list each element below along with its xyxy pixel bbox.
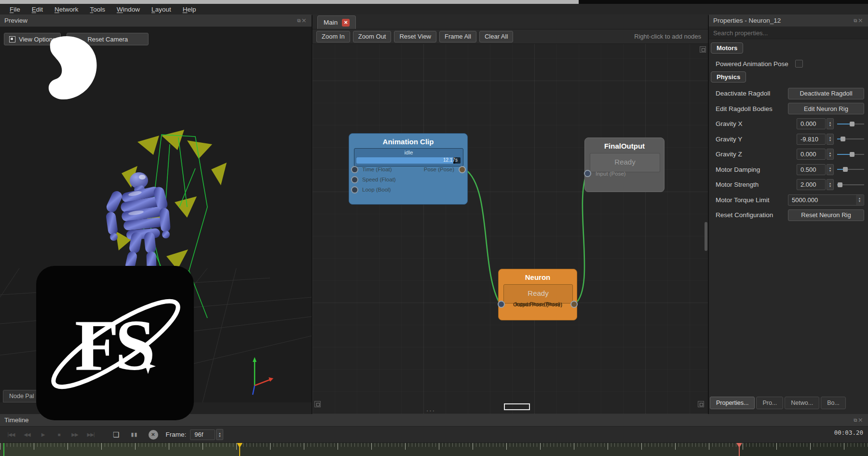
- timeline-title: Timeline: [4, 416, 29, 424]
- property-row-motor-torque-limit: Motor Torque Limit5000.000▴▾: [709, 193, 868, 208]
- float-icon[interactable]: ⧉: [854, 18, 858, 23]
- property-row-motor-damping: Motor Damping0.500▴▾: [709, 162, 868, 178]
- value-stepper[interactable]: ▴▾: [827, 118, 834, 129]
- horizontal-scrollbar[interactable]: [504, 403, 530, 410]
- value-stepper[interactable]: ▴▾: [827, 149, 834, 160]
- bottom-tab-netwo[interactable]: Netwo...: [785, 397, 819, 409]
- group-physics[interactable]: Physics: [711, 71, 746, 83]
- properties-search-input[interactable]: [709, 28, 868, 39]
- property-row-motor-strength: Motor Strength2.000▴▾: [709, 177, 868, 193]
- output-port-pose[interactable]: [459, 166, 466, 173]
- preview-panel-title: Preview: [4, 17, 27, 24]
- zoom-in-button[interactable]: Zoom In: [316, 31, 350, 42]
- value-field[interactable]: 0.500: [797, 164, 826, 175]
- play-icon[interactable]: ▶: [37, 432, 49, 437]
- range-start-marker[interactable]: [3, 443, 4, 456]
- canvas-nav-top-right[interactable]: [700, 46, 706, 53]
- frame-stepper[interactable]: ▴▾: [216, 429, 223, 440]
- edit-neuron-rig-button[interactable]: Edit Neuron Rig: [788, 103, 864, 114]
- properties-panel: Properties - Neuron_12 ⧉✕ Motors Powered…: [709, 14, 868, 414]
- bottom-tab-properties[interactable]: Properties...: [710, 397, 755, 409]
- tab-main[interactable]: Main ✕: [317, 15, 356, 29]
- clear-all-button[interactable]: Clear All: [479, 31, 513, 42]
- float-icon[interactable]: ⧉: [854, 417, 858, 423]
- zoom-out-button[interactable]: Zoom Out: [353, 31, 392, 42]
- float-icon[interactable]: ⧉: [297, 18, 302, 23]
- node-canvas[interactable]: Animation Clip idle 12.17s Time (Float)S…: [312, 44, 708, 414]
- menu-window[interactable]: Window: [112, 5, 145, 14]
- skip-end-icon[interactable]: ▶▶|: [84, 432, 97, 437]
- final-status-box: Ready: [590, 153, 660, 172]
- splitter-handle[interactable]: ···: [426, 407, 435, 414]
- properties-rows: Deactivate RagdollDeactivate RagdollEdit…: [709, 86, 868, 223]
- node-neuron[interactable]: Neuron Ready Input Pose (Pose) Output Po…: [498, 269, 577, 320]
- frame-value-input[interactable]: 96f: [190, 429, 215, 440]
- frame-label: Frame:: [166, 431, 187, 438]
- canvas-hint-text: Right-click to add nodes: [634, 33, 704, 40]
- window-title-strip-dark: [579, 0, 868, 4]
- close-icon[interactable]: ✕: [858, 18, 864, 23]
- value-stepper[interactable]: ▴▾: [827, 179, 834, 190]
- menu-edit[interactable]: Edit: [27, 5, 48, 14]
- vertical-scrollbar[interactable]: [705, 222, 707, 251]
- reset-view-button[interactable]: Reset View: [394, 31, 436, 42]
- stop-icon[interactable]: ■: [53, 432, 65, 437]
- skip-start-icon[interactable]: |◀◀: [5, 432, 17, 437]
- node-animation-clip[interactable]: Animation Clip idle 12.17s Time (Float)S…: [349, 133, 468, 205]
- frame-all-button[interactable]: Frame All: [439, 31, 476, 42]
- canvas-nav-bottom-left[interactable]: [314, 401, 321, 407]
- value-slider[interactable]: [837, 137, 864, 141]
- bottom-tab-bo[interactable]: Bo...: [821, 397, 846, 409]
- powered-animation-pose-checkbox[interactable]: [795, 60, 803, 68]
- value-field[interactable]: 2.000: [797, 179, 826, 190]
- property-row-gravity-y: Gravity Y-9.810▴▾: [709, 132, 868, 147]
- value-stepper[interactable]: ▴▾: [827, 134, 834, 145]
- time-display: 00:03.20: [834, 429, 863, 436]
- input-port-loop[interactable]: [351, 186, 358, 193]
- property-label: Motor Strength: [716, 181, 797, 188]
- wires-layer: [312, 44, 708, 414]
- bottom-tab-pro[interactable]: Pro...: [756, 397, 783, 409]
- reset-neuron-rig-button[interactable]: Reset Neuron Rig: [788, 209, 864, 221]
- value-field[interactable]: -9.810: [797, 134, 826, 145]
- value-slider[interactable]: [837, 152, 864, 157]
- menu-tools[interactable]: Tools: [85, 5, 110, 14]
- clip-info-box: idle 12.17s: [354, 148, 463, 166]
- deactivate-ragdoll-button[interactable]: Deactivate Ragdoll: [788, 88, 864, 99]
- cancel-icon[interactable]: ✕: [149, 430, 158, 440]
- tab-close-icon[interactable]: ✕: [342, 19, 350, 27]
- group-motors[interactable]: Motors: [711, 42, 743, 54]
- property-row-deactivate-ragdoll: Deactivate RagdollDeactivate Ragdoll: [709, 86, 868, 101]
- value-slider[interactable]: [837, 182, 864, 187]
- neuron-status-box: Ready: [503, 284, 573, 304]
- menu-network[interactable]: Network: [50, 5, 83, 14]
- value-slider[interactable]: [837, 122, 864, 126]
- input-port-speed[interactable]: [351, 176, 358, 183]
- value-stepper[interactable]: ▴▾: [856, 195, 863, 205]
- input-port-time[interactable]: [351, 166, 358, 173]
- close-icon[interactable]: ✕: [302, 18, 307, 23]
- properties-panel-title: Properties - Neuron_12: [713, 17, 781, 24]
- input-port-pose[interactable]: [584, 170, 591, 177]
- fast-forward-icon[interactable]: ▶▶: [68, 432, 81, 437]
- powered-animation-pose-row: Powered Animation Pose: [716, 60, 803, 68]
- canvas-nav-bottom-right[interactable]: [698, 401, 704, 407]
- node-final-output[interactable]: FinalOutput Ready Input (Pose): [584, 138, 665, 192]
- close-icon[interactable]: ✕: [858, 417, 864, 423]
- value-field[interactable]: 0.000: [797, 118, 826, 129]
- menu-help[interactable]: Help: [178, 5, 201, 14]
- input-port-label: Speed (Float): [362, 177, 396, 182]
- wire-anim-to-neuron: [465, 169, 500, 304]
- value-stepper[interactable]: ▴▾: [827, 164, 834, 175]
- timeline-ruler[interactable]: [0, 442, 868, 456]
- layers-icon[interactable]: ❏: [113, 430, 119, 439]
- input-port-label: Input (Pose): [596, 171, 626, 177]
- fs-logo-watermark: FS: [36, 266, 194, 420]
- value-field[interactable]: 5000.000▴▾: [788, 194, 864, 206]
- value-slider[interactable]: [837, 167, 864, 172]
- pause-icon[interactable]: ▮▮: [131, 431, 137, 438]
- value-field[interactable]: 0.000: [797, 149, 826, 160]
- rewind-icon[interactable]: ◀◀: [21, 432, 33, 437]
- menu-layout[interactable]: Layout: [147, 5, 176, 14]
- menu-file[interactable]: File: [5, 5, 25, 14]
